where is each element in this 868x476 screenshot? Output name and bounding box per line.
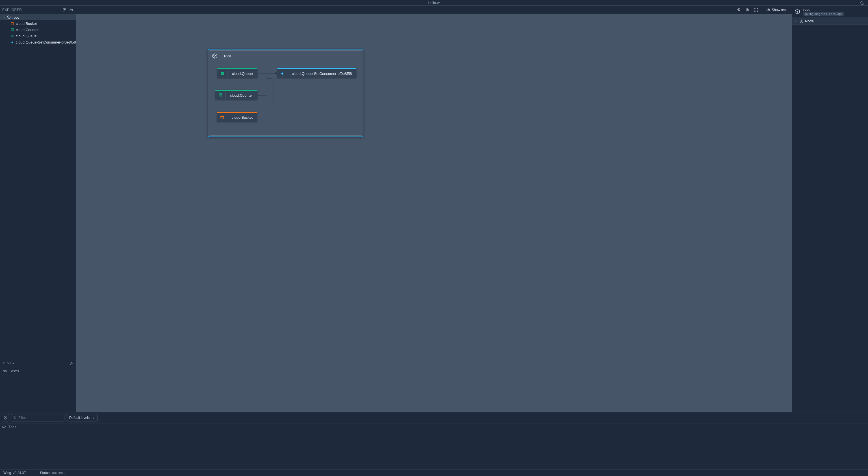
tree-item-bucket[interactable]: cloud.Bucket <box>0 20 76 27</box>
tree-item-label: cloud.Bucket <box>16 22 37 26</box>
svg-rect-1 <box>65 8 66 10</box>
bolt-icon <box>277 69 287 78</box>
zoom-out-button[interactable] <box>736 7 743 13</box>
clear-logs-button[interactable] <box>2 414 9 421</box>
graph-node-bucket[interactable]: cloud.Bucket <box>217 112 257 122</box>
graph-root-label: root <box>220 54 362 58</box>
svg-point-23 <box>768 9 769 10</box>
titlebar-title: hello.w <box>428 1 440 5</box>
svg-line-38 <box>4 417 6 419</box>
calculator-icon <box>10 28 14 32</box>
svg-rect-6 <box>11 28 13 31</box>
svg-point-10 <box>11 30 12 31</box>
chevron-right-icon <box>794 20 798 23</box>
inspector-subtitle: @winglang/sdk.core.App <box>803 12 844 16</box>
svg-point-8 <box>11 30 12 30</box>
tree-item-label: cloud.Counter <box>16 28 39 32</box>
tree-item-counter[interactable]: cloud.Counter <box>0 27 76 33</box>
tree-item-queue[interactable]: cloud.Queue <box>0 33 76 39</box>
calculator-icon <box>215 91 225 100</box>
search-icon <box>13 416 17 419</box>
network-icon <box>799 19 803 23</box>
tree-item-label: cloud.Queue <box>16 34 37 38</box>
svg-line-40 <box>16 418 17 419</box>
graph-node-consumer[interactable]: cloud.Queue-SetConsumer-bf0e8f58 <box>277 68 356 78</box>
inspector-section-label: Node <box>805 19 814 23</box>
chevron-down-icon <box>2 15 6 19</box>
tests-title: TESTS <box>2 361 14 365</box>
titlebar: hello.w <box>0 0 868 6</box>
app-name: Wing <box>3 471 11 475</box>
node-label: cloud.Bucket <box>227 115 257 120</box>
svg-point-9 <box>12 30 13 30</box>
theme-toggle-icon[interactable] <box>860 1 865 5</box>
archive-icon <box>10 22 14 25</box>
fit-screen-button[interactable] <box>752 7 760 13</box>
tests-header: TESTS <box>0 359 76 367</box>
tree-item-label: root <box>12 15 19 20</box>
graph-root-node[interactable]: root <box>208 49 363 137</box>
svg-rect-33 <box>220 116 224 117</box>
tree-item-consumer[interactable]: cloud.Queue-SetConsumer-bf0e8f58 <box>0 39 76 45</box>
select-arrows-icon <box>92 416 95 419</box>
log-level-select[interactable]: Default levels <box>66 414 98 421</box>
tree-item-root[interactable]: root <box>0 14 76 20</box>
tests-empty: No Tests <box>0 367 76 375</box>
app-version: v0.24.37 <box>13 471 26 475</box>
filter-input-container <box>11 414 64 421</box>
svg-point-11 <box>12 30 13 31</box>
canvas-toolbar: Show tests <box>76 6 792 14</box>
tree-item-label: cloud.Queue-SetConsumer-bf0e8f58 <box>16 40 76 44</box>
log-level-label: Default levels <box>69 416 90 420</box>
logs-toolbar: Default levels <box>0 412 868 423</box>
node-label: cloud.Queue-SetConsumer-bf0e8f58 <box>287 71 356 76</box>
package-icon <box>209 51 220 61</box>
inspector-section-node[interactable]: Node <box>792 18 868 25</box>
node-label: cloud.Queue <box>227 71 257 76</box>
explorer-title: EXPLORER <box>2 8 22 12</box>
svg-rect-27 <box>219 94 221 97</box>
graph-node-counter[interactable]: cloud.Counter <box>215 90 257 100</box>
inspector-header: root @winglang/sdk.core.App <box>792 6 868 18</box>
status-value: success <box>52 471 64 475</box>
queue-icon <box>217 69 227 78</box>
explorer-header: EXPLORER <box>0 6 76 14</box>
svg-point-34 <box>801 20 802 20</box>
collapse-all-icon[interactable] <box>69 7 74 12</box>
status-label: Status: <box>40 471 50 475</box>
expand-all-icon[interactable] <box>62 7 67 12</box>
package-icon <box>794 8 801 15</box>
logs-empty: No logs <box>0 423 868 431</box>
graph-canvas[interactable]: root <box>76 14 792 412</box>
filter-input[interactable] <box>19 416 62 420</box>
svg-point-32 <box>221 96 221 96</box>
graph-node-queue[interactable]: cloud.Queue <box>217 68 257 78</box>
show-tests-label: Show tests <box>772 8 788 12</box>
show-tests-toggle[interactable]: Show tests <box>765 7 790 13</box>
svg-point-36 <box>802 22 803 22</box>
bolt-icon <box>10 40 14 44</box>
svg-rect-2 <box>63 10 64 11</box>
svg-line-22 <box>748 10 749 11</box>
svg-line-18 <box>740 10 741 11</box>
node-label: cloud.Counter <box>225 93 257 97</box>
inspector-title: root <box>803 7 844 11</box>
queue-icon <box>10 34 14 38</box>
statusbar: Wing v0.24.37 Status: success <box>0 469 868 476</box>
zoom-in-button[interactable] <box>744 7 751 13</box>
svg-rect-3 <box>70 9 72 11</box>
svg-point-39 <box>14 417 16 419</box>
svg-marker-15 <box>70 362 73 364</box>
svg-rect-5 <box>11 22 13 23</box>
explorer-tree: root cloud.Bucket cloud.Counter <box>0 14 76 359</box>
svg-rect-0 <box>63 8 64 10</box>
run-tests-icon[interactable] <box>69 361 74 366</box>
archive-icon <box>217 113 227 122</box>
package-icon <box>7 15 11 19</box>
svg-point-35 <box>800 22 801 22</box>
